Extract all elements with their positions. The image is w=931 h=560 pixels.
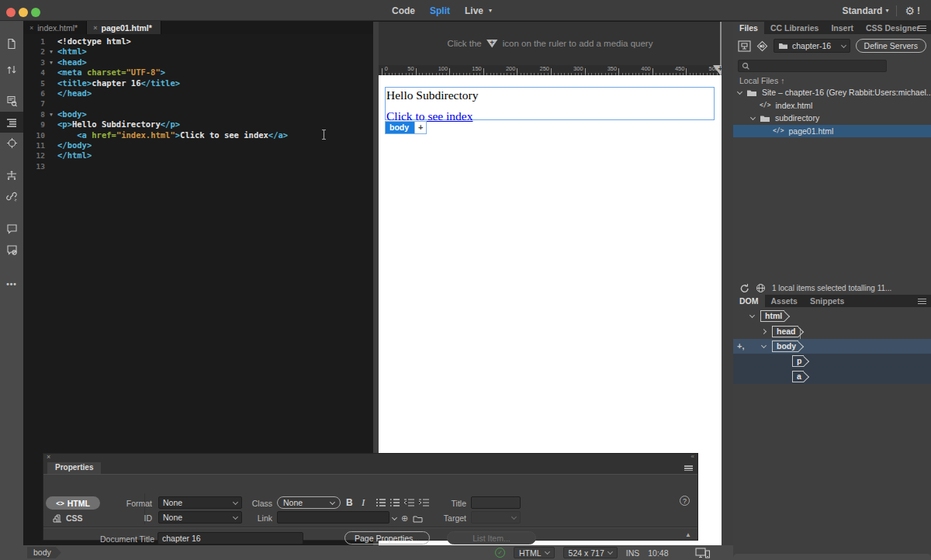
doc-type-dropdown[interactable]: HTML <box>514 547 555 558</box>
tree-arrow-icon[interactable] <box>750 115 756 120</box>
code-line[interactable]: 7 <box>23 99 373 109</box>
window-size-dropdown[interactable]: 524 x 717 <box>563 547 618 558</box>
inspect-icon[interactable] <box>0 133 23 154</box>
live-heading[interactable]: Hello Subdirectory <box>386 88 478 102</box>
dom-tag-body[interactable]: body <box>772 340 798 352</box>
fold-arrow-icon[interactable]: ▼ <box>45 57 57 67</box>
define-servers-button[interactable]: Define Servers <box>856 39 926 53</box>
open-file-icon[interactable] <box>0 33 23 54</box>
dom-tag-html[interactable]: html <box>760 310 784 322</box>
code-line[interactable]: 11</body> <box>23 140 373 150</box>
ordered-list-icon[interactable] <box>389 498 400 507</box>
live-code-icon[interactable] <box>0 91 23 112</box>
code-line[interactable]: 13 <box>23 161 373 171</box>
link-input[interactable] <box>277 511 389 524</box>
refresh-icon[interactable] <box>739 283 749 293</box>
workspace-switcher[interactable]: Standard <box>842 5 882 16</box>
tree-arrow-icon[interactable] <box>761 329 767 334</box>
title-input[interactable] <box>471 496 521 509</box>
dom-tag-a[interactable]: a <box>792 371 804 382</box>
live-dropdown-caret-icon[interactable]: ▾ <box>489 7 492 14</box>
unlink-icon[interactable] <box>0 185 23 206</box>
tree-arrow-icon[interactable] <box>761 343 767 348</box>
page-properties-button[interactable]: Page Properties... <box>344 531 430 544</box>
fold-arrow-icon[interactable]: ▼ <box>45 47 57 57</box>
files-menu-icon[interactable] <box>918 26 926 31</box>
minimize-window-icon[interactable] <box>19 8 28 17</box>
dom-tab-dom[interactable]: DOM <box>733 295 765 307</box>
code-line[interactable]: 8▼<body> <box>23 109 373 119</box>
files-tab-css-designer[interactable]: CSS Designer <box>860 22 926 34</box>
files-tab-insert[interactable]: Insert <box>825 22 860 34</box>
code-line[interactable]: 1<!doctype html> <box>23 36 373 47</box>
help-icon[interactable]: ? <box>680 496 690 506</box>
fold-arrow-icon[interactable]: ▼ <box>45 109 57 119</box>
insert-element-icon[interactable]: +, <box>737 341 744 351</box>
file-transfer-icon[interactable] <box>0 59 23 80</box>
tree-arrow-icon[interactable] <box>749 313 755 318</box>
selected-tag-label[interactable]: body <box>386 122 414 133</box>
view-mode-split[interactable]: Split <box>430 5 450 16</box>
file-row-Sitechapter16GreyRab[interactable]: Site – chapter-16 (Grey Rabbit:Users:mic… <box>733 86 931 99</box>
format-source-icon[interactable] <box>0 112 23 133</box>
doc-tab-indexhtml[interactable]: ×index.html* <box>23 21 87 34</box>
zoom-window-icon[interactable] <box>31 8 40 17</box>
dom-row-head[interactable]: head <box>733 323 931 338</box>
code-line[interactable]: 12</html> <box>23 150 373 161</box>
properties-tab[interactable]: Properties <box>47 462 101 474</box>
file-row-subdirectory[interactable]: subdirectory <box>733 112 931 125</box>
format-select[interactable]: None <box>158 496 242 509</box>
panel-menu-icon[interactable] <box>684 465 693 471</box>
tree-arrow-icon[interactable] <box>737 89 742 95</box>
dom-tag-head[interactable]: head <box>772 326 798 337</box>
properties-titlebar[interactable]: × « <box>43 454 697 462</box>
bold-button[interactable]: B <box>346 497 353 508</box>
add-element-button[interactable]: + <box>414 122 426 133</box>
dom-row-p[interactable]: p <box>733 354 931 368</box>
close-window-icon[interactable] <box>6 8 16 17</box>
close-tab-icon[interactable]: × <box>93 24 97 32</box>
css-properties-button[interactable]: CSS <box>53 513 83 523</box>
point-to-file-icon[interactable]: ⊕ <box>401 513 408 524</box>
view-mode-live[interactable]: Live <box>465 5 483 16</box>
document-title-input[interactable]: chapter 16 <box>157 532 303 544</box>
link-dropdown-caret-icon[interactable] <box>392 515 397 520</box>
indent-icon[interactable] <box>418 498 430 507</box>
view-mode-code[interactable]: Code <box>392 5 415 16</box>
remote-server-icon[interactable] <box>756 283 766 293</box>
italic-button[interactable]: I <box>362 496 365 509</box>
dom-row-html[interactable]: html <box>733 309 931 323</box>
doc-tab-page01html[interactable]: ×page01.html* <box>87 21 161 34</box>
collapse-panel-icon[interactable]: « <box>691 453 694 460</box>
unordered-list-icon[interactable] <box>376 498 386 507</box>
dom-row-a[interactable]: a <box>733 369 931 384</box>
more-options-icon[interactable]: ••• <box>0 274 23 295</box>
dom-tab-assets[interactable]: Assets <box>765 295 804 307</box>
code-line[interactable]: 6</head> <box>23 88 373 99</box>
code-line[interactable]: 5<title>chapter 16</title> <box>23 78 373 88</box>
outdent-icon[interactable] <box>403 498 415 507</box>
files-search-input[interactable] <box>738 60 887 72</box>
dom-row-body[interactable]: +,body <box>733 339 931 354</box>
site-select-dropdown[interactable]: chapter-16 <box>774 39 850 53</box>
git-icon[interactable] <box>756 40 768 52</box>
remove-comment-icon[interactable] <box>0 239 23 260</box>
class-select[interactable]: None <box>277 496 341 509</box>
code-line[interactable]: 2▼<html> <box>23 47 373 57</box>
dom-menu-icon[interactable] <box>918 299 926 304</box>
id-select[interactable]: None <box>158 511 242 524</box>
files-tab-cc-libraries[interactable]: CC Libraries <box>764 22 825 34</box>
close-tab-icon[interactable]: × <box>29 24 33 32</box>
tag-selector-body[interactable]: body <box>27 547 61 558</box>
panel-footer-grip[interactable] <box>733 554 931 560</box>
code-line[interactable]: 3▼<head> <box>23 57 373 67</box>
html-properties-button[interactable]: <> HTML <box>46 496 100 510</box>
collapse-properties-icon[interactable]: ▲ <box>685 531 691 538</box>
dom-tab-snippets[interactable]: Snippets <box>804 295 850 307</box>
site-view-icon[interactable] <box>738 40 751 52</box>
file-row-indexhtml[interactable]: </>index.html <box>733 99 931 112</box>
local-files-header[interactable]: Local Files ↑ <box>733 74 931 86</box>
sync-settings-gear-icon[interactable]: ⚙ <box>905 5 915 17</box>
comment-icon[interactable] <box>0 218 23 239</box>
files-tab-files[interactable]: Files <box>733 22 764 34</box>
